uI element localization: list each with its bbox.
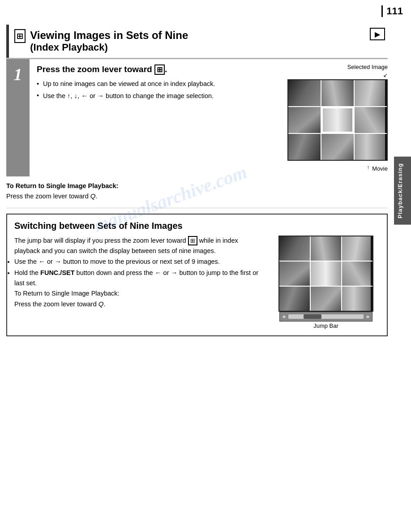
switching-content-row: The jump bar will display if you press t… [14, 236, 380, 329]
photo-cell2-7 [279, 287, 310, 311]
photo-cell-5-selected [321, 107, 354, 133]
selected-image-label: Selected Image [347, 64, 388, 70]
movie-label-row: ↑ Movie [280, 163, 388, 172]
switching-box: Switching between Sets of Nine Images Th… [6, 214, 388, 336]
jump-bar-right-arrow: » [364, 313, 372, 320]
jump-bar: « » [279, 312, 372, 322]
return-title: To Return to Single Image Playback: [6, 182, 118, 189]
photo-cell-7 [288, 134, 321, 160]
selected-image-arrow: ↙ [383, 72, 388, 78]
playback-icon: ▶ [375, 30, 380, 39]
switching-text: The jump bar will display if you press t… [14, 236, 265, 309]
header-title-line1: Viewing Images in Sets of Nine [30, 29, 188, 42]
jump-bar-label: Jump Bar [313, 322, 338, 329]
zoom-q-symbol2: Q [98, 300, 104, 308]
jump-bar-track [288, 314, 364, 319]
photo-cell-1 [288, 80, 321, 106]
side-tab: Playback/Erasing [394, 157, 411, 225]
photo-cell2-1 [279, 236, 310, 261]
header-title-line2: (Index Playback) [30, 42, 188, 53]
switching-bullet2: Hold the FUNC./SET button down and press… [14, 267, 265, 288]
jump-bar-left-arrow: « [280, 313, 288, 320]
arrow-to-movie: ↑ [367, 164, 369, 171]
switching-image-area: « » Jump Bar [272, 236, 380, 329]
movie-label: Movie [372, 165, 388, 172]
step1-images: Selected Image ↙ ↑ Movie [276, 59, 388, 176]
photo-cell2-9 [342, 287, 372, 311]
index-icon: ⊞ [14, 29, 26, 43]
photo-cell-6 [355, 107, 387, 133]
zoom-q-symbol: Q [90, 192, 96, 200]
photo-cell-8 [321, 134, 354, 160]
header-title: Viewing Images in Sets of Nine (Index Pl… [30, 29, 188, 53]
step1-bullet2: Use the ↑, ↓, ← or → button to change th… [37, 90, 269, 101]
photo-cell2-8 [311, 287, 341, 311]
switching-bullets: Use the ← or → button to move to the pre… [14, 256, 265, 288]
photo-cell2-6 [342, 262, 372, 286]
photo-cell-4 [288, 107, 321, 133]
photo-cell-2 [321, 80, 354, 106]
photo-cell-3 [355, 80, 387, 106]
photo-cell2-5 [311, 262, 341, 286]
switching-title: Switching between Sets of Nine Images [14, 221, 380, 231]
switching-intro: The jump bar will display if you press t… [14, 236, 265, 256]
playback-icon-box: ▶ [370, 28, 385, 40]
photo-grid [287, 79, 388, 161]
switching-bullet1: Use the ← or → button to move to the pre… [14, 256, 265, 267]
page-number: 111 [381, 5, 403, 17]
photo-cell2-4 [279, 262, 310, 286]
photo-cell-9 [355, 134, 387, 160]
jump-bar-thumb [304, 314, 321, 319]
step1-bullet1: Up to nine images can be viewed at once … [37, 79, 269, 89]
return-section: To Return to Single Image Playback: Pres… [6, 181, 388, 202]
section-divider [6, 208, 388, 208]
return-body: Press the zoom lever toward Q. [6, 193, 97, 200]
step1-section: 1 Press the zoom lever toward ⊞. Up to n… [6, 58, 388, 176]
header-section: ⊞ Viewing Images in Sets of Nine (Index … [6, 25, 388, 58]
photo-cell2-2 [311, 236, 341, 261]
photo-grid2 [278, 236, 373, 312]
step1-number: 1 [6, 59, 30, 176]
step1-title: Press the zoom lever toward ⊞. [37, 64, 269, 74]
func-set-label: FUNC./SET [40, 269, 75, 276]
switching-return: To Return to Single Image Playback: Pres… [14, 288, 265, 309]
step1-content: Press the zoom lever toward ⊞. Up to nin… [30, 59, 276, 176]
photo-cell2-3 [342, 236, 372, 261]
grid-icon-inline: ⊞ [188, 236, 197, 245]
step1-body: Up to nine images can be viewed at once … [37, 79, 269, 101]
